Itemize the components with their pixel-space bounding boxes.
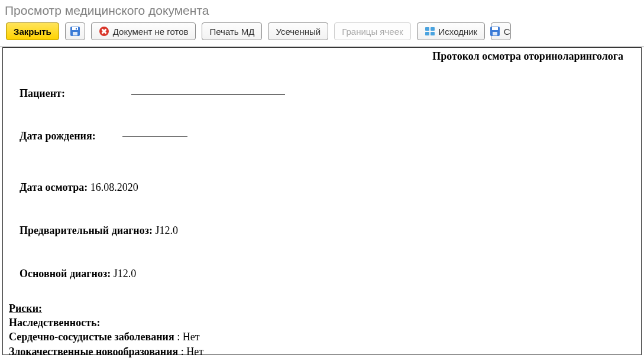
not-ready-button[interactable]: Документ не готов [91,22,196,40]
risk-value: Нет [183,331,200,343]
svg-rect-3 [76,28,77,30]
window-title: Просмотр медицинского документа [0,0,644,20]
svg-rect-8 [431,27,435,31]
print-button[interactable]: Печать МД [202,22,262,40]
preliminary-label: Предварительный диагноз: [20,225,153,236]
risk-value: Нет [186,346,203,357]
main-diag-label: Основной диагноз: [20,268,111,279]
patient-value-redacted [131,93,285,95]
save-icon-button[interactable] [65,22,85,40]
close-button-label: Закрыть [14,27,51,37]
svg-rect-9 [425,32,429,35]
more-button[interactable]: С [491,22,511,40]
dob-label: Дата рождения: [20,130,96,142]
document-viewer: Протокол осмотра оториноларинголога Паци… [2,47,642,355]
print-button-label: Печать МД [209,27,254,37]
cancel-circle-icon [99,26,109,37]
truncated-button-label: Усеченный [276,27,321,37]
exam-date-row: Дата осмотра: 16.08.2020 [9,166,635,209]
svg-rect-10 [431,32,435,35]
dob-value-redacted [122,135,187,137]
floppy-icon [490,26,500,37]
patient-label: Пациент: [20,87,65,99]
risk-row: Сердечно-сосудистые заболевания : Нет [9,330,635,344]
risk-label: Сердечно-сосудистые заболевания [9,331,174,343]
risk-row: Злокачественные новообразования : Нет [9,344,635,359]
patient-row: Пациент: [9,71,635,115]
main-diag-value: J12.0 [114,268,137,279]
truncated-button[interactable]: Усеченный [268,22,328,40]
exam-date-label: Дата осмотра: [20,181,88,193]
source-icon [425,26,435,37]
dob-row: Дата рождения: [9,115,635,158]
close-button[interactable]: Закрыть [6,22,59,40]
svg-rect-13 [493,32,497,35]
risk-label: Злокачественные новообразования [9,346,178,357]
risks-header: Риски: [9,301,635,316]
source-button-label: Исходник [439,27,478,37]
svg-rect-7 [425,27,429,31]
risk-label: Наследственность: [9,317,101,329]
risk-row: Наследственность: [9,316,635,330]
not-ready-label: Документ не готов [113,27,189,37]
svg-rect-2 [73,32,77,35]
preliminary-value: J12.0 [155,225,178,236]
floppy-icon [70,26,80,37]
exam-date-value: 16.08.2020 [90,181,138,193]
preliminary-row: Предварительный диагноз: J12.0 [9,209,635,252]
source-button[interactable]: Исходник [417,22,486,40]
toolbar: Закрыть Документ не готов Печать МД Усеч… [0,20,644,47]
cell-borders-label: Границы ячеек [342,27,403,37]
risk-row: Хронические болезни нижних дыхательных п… [9,359,635,361]
more-button-label: С [504,27,510,37]
svg-rect-1 [72,27,78,30]
cell-borders-button[interactable]: Границы ячеек [334,22,410,40]
svg-rect-12 [492,27,498,30]
main-diag-row: Основной диагноз: J12.0 [9,252,635,295]
document-title: Протокол осмотра оториноларинголога [9,49,635,63]
